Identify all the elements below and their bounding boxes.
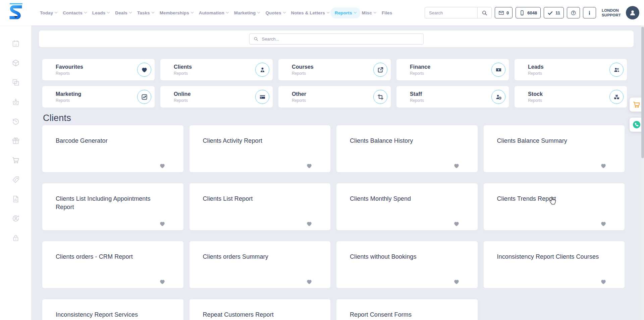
nav-item-today[interactable]: Today xyxy=(40,10,57,15)
sidebar-button-lock[interactable] xyxy=(12,234,20,242)
category-card-favourites[interactable]: FavouritesReports xyxy=(42,59,155,80)
badge-count: 0 xyxy=(506,10,509,15)
calls-badge[interactable]: 6048 xyxy=(516,7,541,18)
help-button[interactable] xyxy=(567,7,580,18)
tasks-badge[interactable]: 11 xyxy=(544,7,564,18)
report-card-clients-orders-crm-report[interactable]: Clients orders - CRM Report xyxy=(42,241,183,288)
info-button[interactable] xyxy=(583,7,596,18)
heart-icon[interactable] xyxy=(159,163,165,169)
global-search-button[interactable] xyxy=(477,7,491,18)
category-card-other[interactable]: OtherReports xyxy=(278,86,391,108)
heart-icon[interactable] xyxy=(453,163,460,169)
avatar[interactable] xyxy=(626,6,639,19)
category-card-stock[interactable]: StockReports xyxy=(515,86,627,108)
category-icon-circle xyxy=(373,90,387,104)
report-card-inconsistency-report-services[interactable]: Inconsistency Report Services xyxy=(42,299,183,320)
category-title: Leads xyxy=(528,64,544,70)
sidebar-button-cart[interactable] xyxy=(12,156,20,164)
nav-item-tasks[interactable]: Tasks xyxy=(137,10,154,15)
category-text: CoursesReports xyxy=(292,64,314,76)
nav-item-quotes[interactable]: Quotes xyxy=(265,10,285,15)
nav-item-memberships[interactable]: Memberships xyxy=(160,10,193,15)
report-title: Barcode Generator xyxy=(56,137,170,145)
category-card-marketing[interactable]: MarketingReports xyxy=(42,86,155,108)
reports-search-input[interactable] xyxy=(261,36,419,42)
global-search xyxy=(425,7,492,18)
report-card-clients-monthly-spend[interactable]: Clients Monthly Spend xyxy=(336,183,478,230)
report-card-clients-trends-report[interactable]: Clients Trends Report xyxy=(484,183,625,230)
category-card-clients[interactable]: ClientsReports xyxy=(160,59,273,80)
heart-icon xyxy=(141,67,148,73)
nav-item-contacts[interactable]: Contacts xyxy=(63,10,87,15)
heart-icon[interactable] xyxy=(159,279,165,285)
reports-search xyxy=(249,34,424,45)
report-card-clients-list-report[interactable]: Clients List Report xyxy=(190,183,331,230)
user-clock-icon xyxy=(495,94,502,100)
category-text: StaffReports xyxy=(410,91,424,103)
report-card-clients-activity-report[interactable]: Clients Activity Report xyxy=(190,125,331,172)
nav-item-marketing[interactable]: Marketing xyxy=(234,10,260,15)
nav-item-reports[interactable]: Reports xyxy=(330,7,361,18)
category-card-online[interactable]: OnlineReports xyxy=(160,86,273,108)
sidebar-button-gift[interactable] xyxy=(12,137,20,145)
nav-item-label: Deals xyxy=(115,10,127,15)
report-card-report-consent-forms[interactable]: Report Consent Forms xyxy=(336,299,478,320)
user-name-line2: SUPPORT xyxy=(602,13,621,17)
scrollbar-track xyxy=(641,25,644,320)
report-title: Clients orders - CRM Report xyxy=(56,253,170,261)
category-subtitle: Reports xyxy=(410,98,424,103)
sidebar-button-package[interactable] xyxy=(12,59,20,67)
sidebar-button-report-document[interactable] xyxy=(12,195,20,203)
report-card-clients-list-including-appointments-report[interactable]: Clients List Including Appointments Repo… xyxy=(42,183,183,230)
sidebar-button-price-tag[interactable] xyxy=(12,176,20,184)
report-document-icon xyxy=(12,195,20,203)
nav-item-notes-letters[interactable]: Notes & Letters xyxy=(291,10,329,15)
nav-item-label: Leads xyxy=(92,10,106,15)
category-title: Favourites xyxy=(56,64,83,70)
heart-icon[interactable] xyxy=(306,279,312,285)
sidebar-button-history[interactable] xyxy=(12,117,20,125)
app-logo[interactable] xyxy=(0,2,31,23)
sidebar-button-shopping-bag[interactable] xyxy=(12,98,20,106)
category-icon-circle xyxy=(609,63,624,77)
heart-icon[interactable] xyxy=(453,279,460,285)
report-card-repeat-customers-report[interactable]: Repeat Customers Report xyxy=(190,299,331,320)
nav-item-misc[interactable]: Misc xyxy=(362,10,376,15)
heart-icon[interactable] xyxy=(159,221,165,227)
messages-badge[interactable]: 0 xyxy=(495,7,513,18)
report-card-clients-orders-summary[interactable]: Clients orders Summary xyxy=(190,241,331,288)
category-text: FavouritesReports xyxy=(56,64,83,76)
report-card-barcode-generator[interactable]: Barcode Generator xyxy=(42,125,183,172)
sidebar-button-calendar[interactable]: 12 xyxy=(12,40,20,48)
report-card-clients-balance-summary[interactable]: Clients Balance Summary xyxy=(484,125,625,172)
sidebar-button-user-sync[interactable] xyxy=(12,214,20,222)
report-card-clients-without-bookings[interactable]: Clients without Bookings xyxy=(336,241,478,288)
scrollbar-thumb[interactable] xyxy=(641,27,644,158)
nav-item-files[interactable]: Files xyxy=(382,10,392,15)
sidebar-button-copy[interactable] xyxy=(12,78,20,86)
category-card-leads[interactable]: LeadsReports xyxy=(515,59,627,80)
navbar-actions: 0604811 LONDON SUPPORT xyxy=(425,6,644,19)
copy-icon xyxy=(12,78,20,86)
report-grid: Barcode GeneratorClients Activity Report… xyxy=(42,125,625,320)
nav-item-deals[interactable]: Deals xyxy=(115,10,131,15)
heart-icon[interactable] xyxy=(600,279,606,285)
category-card-courses[interactable]: CoursesReports xyxy=(278,59,391,80)
report-card-inconsistency-report-clients-courses[interactable]: Inconsistency Report Clients Courses xyxy=(484,241,625,288)
heart-icon[interactable] xyxy=(306,163,312,169)
user-name-line1: LONDON xyxy=(602,8,621,13)
cart-icon xyxy=(633,101,641,109)
magnifier-icon xyxy=(482,10,487,16)
report-card-clients-balance-history[interactable]: Clients Balance History xyxy=(336,125,478,172)
nav-item-leads[interactable]: Leads xyxy=(92,10,110,15)
category-card-finance[interactable]: FinanceReports xyxy=(396,59,509,80)
heart-icon[interactable] xyxy=(306,221,312,227)
chevron-down-icon xyxy=(354,11,356,13)
heart-icon[interactable] xyxy=(600,221,606,227)
chevron-down-icon xyxy=(327,11,329,13)
category-card-staff[interactable]: StaffReports xyxy=(396,86,509,108)
heart-icon[interactable] xyxy=(600,163,606,169)
global-search-input[interactable] xyxy=(425,7,477,18)
nav-item-automation[interactable]: Automation xyxy=(199,10,228,15)
heart-icon[interactable] xyxy=(453,221,460,227)
